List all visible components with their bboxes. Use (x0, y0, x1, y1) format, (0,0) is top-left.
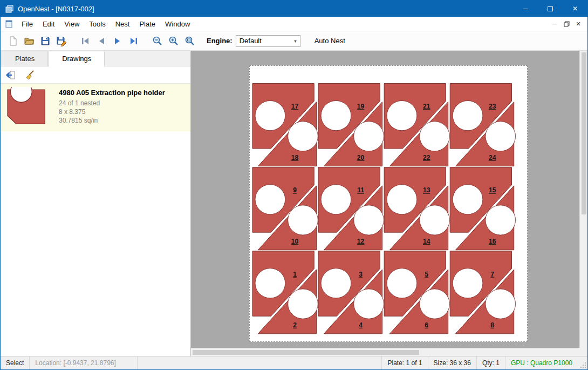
first-arrow-icon (80, 36, 90, 46)
part-notch (288, 122, 318, 151)
new-button[interactable] (5, 33, 21, 49)
drawing-list-item[interactable]: 4980 A05 Extraction pipe holder 24 of 1 … (1, 84, 190, 131)
part-notch (486, 122, 516, 151)
open-button[interactable] (21, 33, 37, 49)
part-number: 20 (357, 154, 365, 162)
app-icon (5, 5, 13, 13)
previous-arrow-icon (97, 36, 106, 46)
status-size: Size: 36 x 36 (428, 356, 476, 369)
mdi-minimize-button[interactable]: ─ (549, 18, 560, 29)
part-notch (288, 205, 318, 235)
new-page-icon (8, 36, 18, 46)
part-notch (321, 185, 351, 214)
horizontal-scrollbar-thumb[interactable] (193, 350, 419, 355)
part-notch (255, 268, 285, 298)
drawing-nested-count: 24 of 1 nested (59, 99, 165, 107)
next-plate-button[interactable] (110, 33, 126, 49)
menu-tools[interactable]: Tools (84, 18, 110, 30)
part-number: 23 (489, 103, 496, 110)
menu-edit[interactable]: Edit (38, 18, 59, 30)
tab-drawings[interactable]: Drawings (49, 51, 105, 66)
panel-tabstrip: Plates Drawings (1, 51, 190, 66)
part-notch (387, 185, 417, 214)
first-plate-button[interactable] (77, 33, 93, 49)
maximize-button[interactable] (538, 1, 563, 17)
last-arrow-icon (129, 36, 139, 46)
part-notch (453, 185, 483, 214)
part-number: 8 (490, 321, 494, 329)
save-icon (40, 36, 51, 46)
auto-nest-button[interactable]: Auto Nest (310, 35, 350, 47)
horizontal-scrollbar[interactable] (191, 348, 579, 356)
drawings-toolbar (1, 66, 190, 84)
part-number: 24 (489, 154, 496, 162)
drawing-area: 30.7815 sq/in (59, 116, 165, 125)
part-number: 6 (425, 321, 428, 329)
last-plate-button[interactable] (126, 33, 142, 49)
status-location: Location: [-0.9437, 21.8796] (30, 356, 138, 369)
save-button[interactable] (37, 33, 53, 49)
previous-plate-button[interactable] (93, 33, 110, 49)
toolbar-separator (70, 33, 77, 49)
minimize-button[interactable]: ─ (513, 1, 538, 17)
status-mode: Select (1, 356, 30, 369)
zoom-in-button[interactable] (166, 33, 182, 49)
nest-block: 1920 (318, 84, 384, 166)
menu-bar: File Edit View Tools Nest Plate Window ─… (1, 17, 587, 31)
part-thumbnail (3, 87, 53, 128)
resize-grip[interactable] (578, 356, 587, 369)
minimize-icon: ─ (523, 5, 528, 12)
part-number: 5 (425, 271, 428, 278)
save-edit-icon (56, 36, 67, 46)
zoom-fit-button[interactable] (182, 33, 198, 49)
tab-plates[interactable]: Plates (2, 51, 48, 66)
part-number: 15 (489, 187, 496, 194)
title-bar[interactable]: OpenNest - [N0317-002] ─ ✕ (1, 1, 587, 17)
part-notch (354, 122, 384, 151)
nest-block: 1112 (318, 167, 384, 250)
part-number: 18 (291, 154, 299, 162)
part-number: 12 (357, 238, 365, 245)
zoom-fit-icon (184, 36, 195, 46)
part-number: 22 (423, 154, 430, 162)
menu-nest[interactable]: Nest (111, 18, 135, 30)
save-edit-button[interactable] (53, 33, 70, 49)
menu-file[interactable]: File (17, 18, 38, 30)
mdi-restore-icon (564, 21, 570, 27)
part-notch (420, 122, 450, 151)
engine-select[interactable]: Default ▾ (236, 35, 300, 47)
drawing-title: 4980 A05 Extraction pipe holder (59, 89, 165, 97)
nest-block: 2324 (450, 84, 515, 166)
nest-block: 1516 (450, 167, 515, 250)
nest-block: 910 (252, 167, 318, 250)
toolbar-separator (142, 33, 149, 49)
close-button[interactable]: ✕ (563, 1, 587, 17)
part-notch (486, 205, 516, 235)
part-notch (255, 185, 285, 214)
menu-plate[interactable]: Plate (134, 18, 160, 30)
zoom-in-icon (168, 36, 179, 46)
vertical-scrollbar-thumb[interactable] (582, 52, 586, 214)
menu-view[interactable]: View (59, 18, 84, 30)
scrollbar-corner (579, 348, 587, 356)
status-bar: Select Location: [-0.9437, 21.8796] Plat… (1, 356, 587, 369)
part-number: 21 (423, 103, 430, 110)
import-drawing-button[interactable] (4, 68, 18, 82)
part-notch (387, 268, 417, 298)
zoom-out-button[interactable] (149, 33, 166, 49)
part-notch (321, 268, 351, 298)
nest-canvas[interactable]: 171819202122232491011121314151612345678 (190, 51, 587, 356)
vertical-scrollbar[interactable] (579, 51, 587, 348)
nest-block: 1314 (384, 167, 449, 250)
nest-block: 34 (318, 251, 384, 334)
mdi-close-button[interactable]: ✕ (572, 18, 584, 29)
nest-block: 78 (450, 251, 515, 334)
menu-window[interactable]: Window (160, 18, 195, 30)
close-icon: ✕ (572, 5, 578, 12)
mdi-restore-button[interactable] (560, 18, 572, 29)
nest-block: 12 (252, 251, 318, 334)
clean-button[interactable] (23, 68, 37, 82)
part-number: 16 (489, 238, 496, 245)
engine-value: Default (240, 37, 262, 45)
mdi-minimize-icon: ─ (552, 21, 557, 27)
